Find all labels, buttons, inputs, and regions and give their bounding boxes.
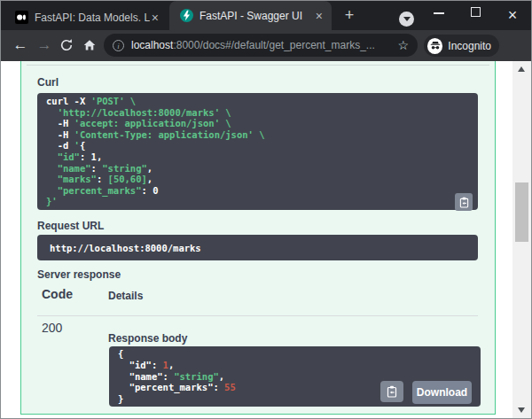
download-button[interactable]: Download bbox=[412, 381, 472, 404]
incognito-icon bbox=[427, 38, 442, 54]
browser-window: FastAPI: Data Models. Lear × FastAPI - S… bbox=[0, 0, 532, 419]
incognito-label: Incognito bbox=[448, 40, 491, 52]
window-close-button[interactable]: × bbox=[504, 3, 521, 27]
tab-strip: FastAPI: Data Models. Lear × FastAPI - S… bbox=[1, 1, 531, 30]
home-button[interactable] bbox=[80, 38, 99, 57]
reload-button[interactable] bbox=[57, 38, 76, 57]
incognito-badge[interactable]: Incognito bbox=[424, 35, 499, 57]
scroll-up-button[interactable] bbox=[518, 66, 525, 72]
back-button[interactable]: ← bbox=[11, 36, 30, 54]
curl-label: Curl bbox=[37, 76, 59, 89]
browser-toolbar: ← → i localhost:8000/docs#/default/get_p… bbox=[1, 30, 531, 61]
page-info-icon[interactable]: i bbox=[113, 40, 124, 51]
minimize-button[interactable] bbox=[434, 12, 444, 14]
request-url-label: Request URL bbox=[37, 220, 104, 232]
address-bar[interactable]: i localhost:8000/docs#/default/get_perce… bbox=[104, 34, 418, 57]
response-status-code: 200 bbox=[42, 321, 62, 335]
tab-close-icon[interactable]: × bbox=[150, 12, 160, 24]
new-tab-button[interactable]: + bbox=[340, 6, 358, 24]
bookmark-star-icon[interactable]: ☆ bbox=[397, 38, 409, 52]
clipboard-icon bbox=[459, 197, 469, 208]
clipboard-icon bbox=[387, 385, 397, 398]
section-divider bbox=[27, 65, 489, 66]
site-favicon-icon bbox=[15, 11, 28, 24]
copy-curl-button[interactable] bbox=[455, 193, 473, 211]
url-path: :8000/docs#/default/get_percent_marks_..… bbox=[173, 39, 374, 51]
reload-icon bbox=[59, 38, 74, 52]
tab-swagger-ui[interactable]: FastAPI - Swagger UI × bbox=[169, 1, 332, 30]
forward-button[interactable]: → bbox=[35, 36, 54, 54]
request-url-value: http://localhost:8000/marks bbox=[37, 235, 478, 260]
server-response-label: Server response bbox=[37, 268, 121, 281]
home-icon bbox=[82, 38, 97, 52]
copy-response-button[interactable] bbox=[380, 381, 403, 402]
fastapi-logo-icon bbox=[180, 9, 193, 22]
url-text: localhost:8000/docs#/default/get_percent… bbox=[131, 39, 397, 51]
table-divider bbox=[37, 315, 478, 316]
tab-close-icon[interactable]: × bbox=[314, 10, 325, 22]
page-scrollbar[interactable] bbox=[512, 61, 531, 418]
scrollbar-thumb[interactable] bbox=[515, 182, 528, 242]
tab-title: FastAPI: Data Models. Lear bbox=[35, 12, 150, 24]
details-column-header: Details bbox=[108, 290, 143, 302]
chevron-down-icon bbox=[403, 17, 411, 21]
code-column-header: Code bbox=[42, 287, 73, 301]
response-body-label: Response body bbox=[108, 332, 187, 345]
swagger-opblock-panel: Curl curl -X 'POST' \ 'http://localhost:… bbox=[20, 61, 496, 415]
maximize-button[interactable] bbox=[471, 7, 481, 17]
tab-title: FastAPI - Swagger UI bbox=[200, 10, 314, 22]
tab-fastapi-article[interactable]: FastAPI: Data Models. Lear × bbox=[8, 4, 166, 30]
url-host: localhost bbox=[131, 39, 173, 51]
curl-code-block: curl -X 'POST' \ 'http://localhost:8000/… bbox=[37, 93, 478, 210]
tab-search-button[interactable] bbox=[399, 12, 414, 27]
page-content: Curl curl -X 'POST' \ 'http://localhost:… bbox=[1, 61, 531, 418]
scroll-down-button[interactable] bbox=[518, 407, 525, 413]
